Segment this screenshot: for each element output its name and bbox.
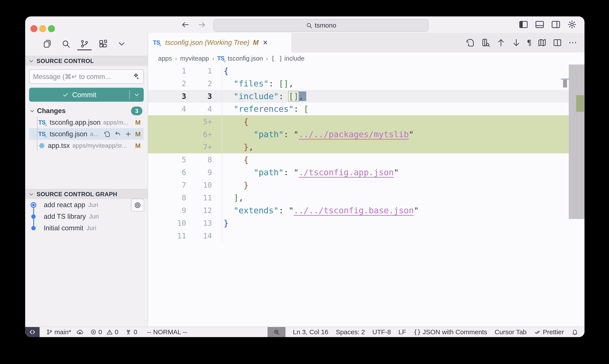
layout-panel-icon[interactable] <box>535 19 545 29</box>
commit-row[interactable]: add react appJuri <box>25 199 148 211</box>
ports-status[interactable]: 0 <box>125 328 137 336</box>
code-line[interactable]: 22 "files": [], <box>148 77 584 90</box>
minimize-window-button[interactable] <box>39 25 46 32</box>
sync-status[interactable] <box>76 328 84 336</box>
token <box>224 193 234 203</box>
maximize-window-button[interactable] <box>48 25 55 32</box>
code-line[interactable]: 5+ { <box>148 115 584 128</box>
vim-mode[interactable]: -- NORMAL -- <box>147 328 187 336</box>
cursor-position-status[interactable]: Ln 3, Col 16 <box>293 328 328 336</box>
breadcrumb-item-apps[interactable]: apps <box>158 55 172 62</box>
plus-icon[interactable] <box>125 130 132 138</box>
commit-message-input[interactable]: Message (⌘↵ to comm... <box>29 69 144 84</box>
zoom-indicator[interactable] <box>268 327 285 337</box>
discard-icon[interactable] <box>114 130 121 138</box>
open-changes-icon[interactable] <box>466 38 475 48</box>
token <box>224 155 244 165</box>
changed-file-row-app.tsx[interactable]: app.tsxapps/myviteapp/sr...M <box>29 140 144 151</box>
ellipsis-icon[interactable] <box>568 38 578 48</box>
rail-search-icon[interactable] <box>481 38 491 48</box>
close-window-button[interactable] <box>30 25 38 32</box>
cursor-tab-status[interactable]: Cursor Tab <box>495 328 527 336</box>
arrow-up-icon[interactable] <box>496 38 506 48</box>
title-bar: tsmono <box>25 16 584 33</box>
changed-file-row-tsconfig.json[interactable]: TStsconfig.jsona...M <box>29 128 144 140</box>
gear-icon[interactable] <box>567 19 577 29</box>
split-icon[interactable] <box>553 38 562 48</box>
activity-more-views-icon[interactable] <box>117 37 127 51</box>
commit-row[interactable]: add TS libraryJuri <box>25 211 148 222</box>
line-content: } <box>224 217 584 230</box>
forward-icon[interactable] <box>197 20 206 29</box>
file-actions <box>104 130 132 138</box>
diff-editor[interactable]: 11{22 "files": [],33 "include": [],44 "r… <box>148 65 584 326</box>
token: : <box>284 130 294 139</box>
layout-sidebar-right-icon[interactable] <box>551 19 561 29</box>
code-line[interactable]: 44 "references": [ <box>148 103 584 115</box>
modified-line-number: 10 <box>186 179 212 191</box>
commit-button[interactable]: Commit <box>29 88 144 102</box>
code-line[interactable]: 11{ <box>148 65 584 77</box>
breadcrumb-item-tsconfig-json[interactable]: TStsconfig.json <box>217 55 263 63</box>
code-line[interactable]: 7+ }, <box>148 141 584 153</box>
code-line[interactable]: 912 "extends": "../../tsconfig.base.json… <box>148 204 584 217</box>
open-changes-sm-icon[interactable] <box>104 130 111 138</box>
original-line-number: 4 <box>148 103 186 115</box>
language-mode-status[interactable]: {} JSON with Comments <box>414 328 487 336</box>
activity-extensions-icon[interactable] <box>98 37 108 51</box>
scrollbar-thumb[interactable] <box>569 65 584 219</box>
activity-source-control-icon[interactable] <box>79 37 90 51</box>
map-icon[interactable] <box>537 38 547 48</box>
close-icon[interactable]: × <box>263 39 268 47</box>
code-line[interactable]: 33 "include": [], <box>148 90 584 103</box>
commit-dropdown-button[interactable] <box>129 90 144 99</box>
token: , <box>239 193 244 203</box>
code-line[interactable]: 1013} <box>148 217 584 230</box>
branch-status[interactable]: main* <box>46 328 71 336</box>
notifications-bell[interactable] <box>571 329 578 336</box>
commit-row[interactable]: Initial commitJuri <box>25 222 148 234</box>
breadcrumb-separator: › <box>266 55 268 62</box>
token: : <box>269 79 279 88</box>
tab-tsconfig-working-tree[interactable]: TS tsconfig.json (Working Tree) M × <box>148 33 292 52</box>
changed-file-row-tsconfig.app.json[interactable]: TStsconfig.app.jsonapps/m...M <box>29 117 144 128</box>
line-number-gutter: 811 <box>148 191 224 204</box>
pilcrow-icon[interactable]: ¶ <box>527 38 531 47</box>
code-line[interactable]: 811 ], <box>148 191 584 204</box>
token: ../../tsconfig.base.json <box>294 206 414 215</box>
token: } <box>224 218 229 228</box>
code-line[interactable]: 1114 <box>148 230 584 242</box>
eol-status[interactable]: LF <box>398 328 406 336</box>
activity-explorer-icon[interactable] <box>42 37 52 51</box>
code-line[interactable]: 58 { <box>148 153 584 166</box>
token: : <box>279 91 289 101</box>
ts-file-icon: TS <box>153 39 162 47</box>
source-control-header[interactable]: SOURCE CONTROL <box>25 56 148 66</box>
indentation-status[interactable]: Spaces: 2 <box>336 328 365 336</box>
warning-count: 0 <box>115 328 118 336</box>
layout-sidebar-left-icon[interactable] <box>518 19 529 29</box>
ts-file-icon: TS <box>38 130 47 138</box>
code-line[interactable]: 6+ "path": "../../packages/mytslib" <box>148 128 584 141</box>
original-line-number <box>148 128 186 141</box>
sparkle-icon[interactable] <box>131 72 140 81</box>
changes-section-header[interactable]: Changes 3 <box>29 105 144 117</box>
checkout-target-button[interactable] <box>131 199 144 212</box>
command-center-search[interactable]: tsmono <box>213 19 428 32</box>
breadcrumb-item-include[interactable]: [ ]include <box>271 55 304 62</box>
arrow-down-icon[interactable] <box>511 38 521 48</box>
token: "path" <box>254 130 284 139</box>
problems-status[interactable]: 0 0 <box>90 328 118 336</box>
breadcrumb-item-myviteapp[interactable]: myviteapp <box>180 55 209 62</box>
remote-indicator[interactable] <box>25 327 39 337</box>
code-line[interactable]: 69 "path": "./tsconfig.app.json" <box>148 166 584 179</box>
line-content: "path": "../../packages/mytslib" <box>224 128 584 141</box>
encoding-status[interactable]: UTF-8 <box>372 328 391 336</box>
graph-title: SOURCE CONTROL GRAPH <box>37 191 117 198</box>
back-icon[interactable] <box>181 20 190 29</box>
code-line[interactable]: 710 } <box>148 179 584 191</box>
activity-search-icon[interactable] <box>61 37 71 51</box>
source-control-graph-header[interactable]: SOURCE CONTROL GRAPH <box>25 189 148 199</box>
line-content: { <box>224 65 584 77</box>
formatter-status[interactable]: Prettier <box>534 328 564 336</box>
